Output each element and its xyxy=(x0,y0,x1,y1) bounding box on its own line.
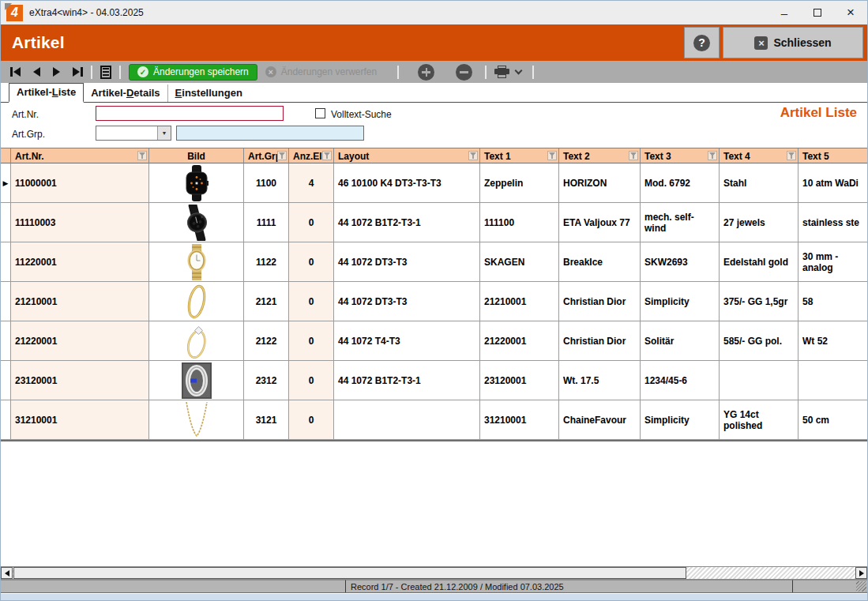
row-selector xyxy=(1,282,11,321)
record-list-icon[interactable] xyxy=(100,66,111,79)
artikel-table: Art.Nr.BildArt.GrpAnz.ElLayoutText 1Text… xyxy=(1,148,867,441)
cell-anz_el: 0 xyxy=(289,361,334,400)
column-header-art-grp[interactable]: Art.Grp xyxy=(244,148,289,163)
column-header-text-4[interactable]: Text 4 xyxy=(720,148,798,163)
row-selector xyxy=(1,361,11,400)
filter-icon[interactable] xyxy=(468,151,478,160)
table-body: ▶110000011100446 10100 K4 DT3-T3-T3Zeppe… xyxy=(1,163,867,440)
maximize-button[interactable] xyxy=(801,1,834,24)
extra4-logo-icon: 4 xyxy=(6,5,23,21)
column-header-art-nr-[interactable]: Art.Nr. xyxy=(11,148,149,163)
save-changes-button[interactable]: ✓ Änderungen speichern xyxy=(129,64,257,81)
maximize-icon xyxy=(814,9,821,17)
filter-icon[interactable] xyxy=(629,151,638,160)
app-window: 4 eXtra4<win4> - 04.03.2025 – × Artikel … xyxy=(0,0,868,601)
dropdown-arrow-icon: ▼ xyxy=(157,126,171,140)
column-header-text-3[interactable]: Text 3 xyxy=(641,148,720,163)
column-header-anz-el[interactable]: Anz.El xyxy=(289,148,334,163)
print-button[interactable] xyxy=(494,66,521,78)
cell-art_grp: 3121 xyxy=(244,400,289,440)
table-row[interactable]: 112200011122044 1072 DT3-T3SKAGENBreakIc… xyxy=(1,242,867,282)
cell-anz_el: 0 xyxy=(289,242,334,282)
cell-text1: SKAGEN xyxy=(480,242,559,282)
remove-record-button[interactable] xyxy=(456,64,472,81)
column-header-bild[interactable]: Bild xyxy=(149,148,244,163)
column-header-layout[interactable]: Layout xyxy=(334,148,480,163)
cell-layout xyxy=(334,400,480,440)
filter-area: Art.Nr. Volltext-Suche Art.Grp. ▼ Artike… xyxy=(1,103,867,148)
column-header-text-1[interactable]: Text 1 xyxy=(480,148,559,163)
status-segment-left xyxy=(1,580,346,592)
cell-anz_el: 0 xyxy=(289,400,334,440)
previous-record-button[interactable] xyxy=(33,67,40,77)
next-record-icon xyxy=(53,67,60,77)
filter-icon[interactable] xyxy=(277,151,287,160)
filter-icon[interactable] xyxy=(547,151,557,160)
volltext-suche-checkbox[interactable] xyxy=(315,108,325,118)
scroll-right-button[interactable] xyxy=(855,567,867,579)
cell-text2: Wt. 17.5 xyxy=(559,361,641,400)
tab-artikel-details[interactable]: Artikel-Details xyxy=(84,85,167,102)
product-image-black-chronograph-watch xyxy=(149,203,244,242)
help-button[interactable]: ? xyxy=(684,27,720,58)
close-window-button[interactable]: × xyxy=(834,1,867,24)
horizontal-scrollbar[interactable] xyxy=(1,566,867,580)
next-record-button[interactable] xyxy=(53,67,60,77)
artnr-label: Art.Nr. xyxy=(12,109,39,120)
artnr-input[interactable] xyxy=(96,106,284,121)
row-selector xyxy=(1,321,11,361)
empty-area xyxy=(1,441,867,566)
cell-text3: Simplicity xyxy=(641,400,720,440)
cell-text2: Christian Dior xyxy=(559,282,641,321)
filter-icon[interactable] xyxy=(137,151,147,160)
cell-layout: 46 10100 K4 DT3-T3-T3 xyxy=(334,163,480,203)
table-row[interactable]: 111100031111044 1072 B1T2-T3-1111100ETA … xyxy=(1,203,867,242)
column-header-text-5[interactable]: Text 5 xyxy=(798,148,867,163)
cell-art_nr: 21210001 xyxy=(11,282,149,321)
cell-art_grp: 1122 xyxy=(244,242,289,282)
cell-art_nr: 11110003 xyxy=(11,203,149,242)
cell-text2: HORIZON xyxy=(559,163,641,203)
minimize-button[interactable]: – xyxy=(768,1,801,24)
status-segment-right xyxy=(793,580,867,592)
tab-einstellungen[interactable]: Einstellungen xyxy=(167,85,250,102)
column-header-text-2[interactable]: Text 2 xyxy=(559,148,641,163)
artgrp-select[interactable]: ▼ xyxy=(96,126,171,141)
last-record-icon xyxy=(73,67,80,77)
table-row[interactable]: 312100013121031210001ChaineFavourSimplic… xyxy=(1,400,867,440)
artgrp-label: Art.Grp. xyxy=(12,129,45,140)
table-row[interactable]: 231200012312044 1072 B1T2-T3-123120001Wt… xyxy=(1,361,867,400)
cell-art_grp: 2121 xyxy=(244,282,289,321)
schliessen-button[interactable]: × Schliessen xyxy=(723,27,863,58)
row-selector-header xyxy=(1,148,11,163)
product-image-black-sport-watch xyxy=(149,163,244,203)
cell-layout: 44 1072 DT3-T3 xyxy=(334,282,480,321)
table-row[interactable]: 212200012122044 1072 T4-T321220001Christ… xyxy=(1,321,867,361)
cell-anz_el: 4 xyxy=(289,163,334,203)
first-record-button[interactable] xyxy=(10,67,21,77)
cell-text3: Simplicity xyxy=(641,282,720,321)
scrollbar-thumb[interactable] xyxy=(13,567,686,579)
filter-icon[interactable] xyxy=(322,151,332,160)
filter-icon[interactable] xyxy=(708,151,717,160)
table-row[interactable]: 212100012121044 1072 DT3-T321210001Chris… xyxy=(1,282,867,321)
artgrp-text-input[interactable] xyxy=(176,126,364,141)
add-record-button[interactable] xyxy=(418,64,434,81)
cancel-icon: × xyxy=(265,66,276,77)
discard-changes-button[interactable]: × Änderungen verwerfen xyxy=(257,64,385,81)
resize-grip[interactable] xyxy=(856,581,866,592)
last-record-button[interactable] xyxy=(73,67,83,77)
cell-text5: 30 mm - analog xyxy=(798,242,867,282)
cell-text4: 27 jewels xyxy=(720,203,798,242)
table-row[interactable]: ▶110000011100446 10100 K4 DT3-T3-T3Zeppe… xyxy=(1,163,867,203)
filter-icon[interactable] xyxy=(787,151,796,160)
cell-anz_el: 0 xyxy=(289,203,334,242)
cell-text1: Zeppelin xyxy=(480,163,559,203)
cell-text3: Solitär xyxy=(641,321,720,361)
cell-layout: 44 1072 DT3-T3 xyxy=(334,242,480,282)
tab-artikel-liste[interactable]: Artikel-Liste xyxy=(9,83,84,103)
table-header: Art.Nr.BildArt.GrpAnz.ElLayoutText 1Text… xyxy=(1,148,867,163)
volltext-suche-label: Volltext-Suche xyxy=(331,109,392,120)
tab-strip: Artikel-Liste Artikel-Details Einstellun… xyxy=(1,83,867,103)
scroll-left-button[interactable] xyxy=(1,567,13,579)
